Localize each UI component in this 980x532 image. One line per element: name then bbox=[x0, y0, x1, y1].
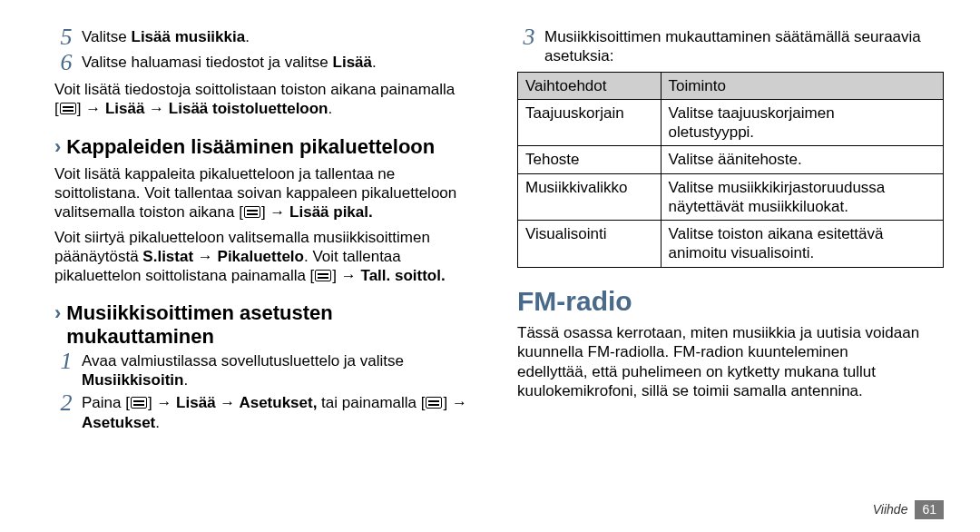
step-3-text: Musiikkisoittimen mukauttaminen säätämäl… bbox=[541, 27, 944, 66]
menu-icon bbox=[60, 103, 76, 114]
table-cell: Visualisointi bbox=[518, 221, 662, 268]
step-3: 3 Musiikkisoittimen mukauttaminen säätäm… bbox=[517, 27, 944, 66]
page-footer: Viihde 61 bbox=[873, 500, 944, 520]
options-header-col1: Vaihtoehdot bbox=[518, 72, 662, 99]
fm-radio-heading: FM-radio bbox=[517, 284, 944, 319]
footer-section: Viihde bbox=[873, 502, 908, 518]
subhead-customize-text: Musiikkisoittimen asetusten mukauttamine… bbox=[66, 301, 481, 348]
options-table: Vaihtoehdot Toiminto Taajuuskorjain Vali… bbox=[517, 72, 944, 268]
step-number-2: 2 bbox=[54, 391, 78, 415]
table-cell: Valitse taajuuskorjaimenoletustyyppi. bbox=[661, 99, 943, 146]
step-number-3: 3 bbox=[517, 25, 541, 49]
options-header-col2: Toiminto bbox=[661, 72, 943, 99]
quicklist-para-2: Voit siirtyä pikaluetteloon valitsemalla… bbox=[54, 228, 481, 286]
step-5: 5 Valitse Lisää musiikkia. bbox=[54, 27, 481, 49]
chevron-icon: › bbox=[54, 135, 61, 159]
table-row: Musiikkivalikko Valitse musiikkikirjasto… bbox=[518, 173, 944, 221]
quicklist-para-1: Voit lisätä kappaleita pikaluetteloon ja… bbox=[54, 164, 481, 222]
table-row: Tehoste Valitse äänitehoste. bbox=[518, 146, 944, 173]
menu-icon bbox=[131, 397, 147, 409]
footer-page-number: 61 bbox=[915, 500, 944, 520]
table-cell: Taajuuskorjain bbox=[518, 99, 662, 146]
table-cell: Valitse äänitehoste. bbox=[661, 146, 943, 173]
step-6-text: Valitse haluamasi tiedostot ja valitse L… bbox=[78, 53, 481, 72]
menu-icon bbox=[426, 397, 442, 409]
table-cell: Valitse musiikkikirjastoruudussanäytettä… bbox=[661, 173, 943, 221]
chevron-icon: › bbox=[54, 301, 61, 325]
subhead-customize: › Musiikkisoittimen asetusten mukauttami… bbox=[54, 301, 481, 348]
table-row: Taajuuskorjain Valitse taajuuskorjaimeno… bbox=[518, 99, 944, 146]
step-number-5: 5 bbox=[54, 25, 78, 49]
table-cell: Valitse toiston aikana esitettäväanimoit… bbox=[661, 221, 943, 268]
step-6: 6 Valitse haluamasi tiedostot ja valitse… bbox=[54, 53, 481, 74]
subhead-quicklist: › Kappaleiden lisääminen pikaluetteloon bbox=[54, 135, 481, 159]
step-number-1: 1 bbox=[54, 350, 78, 373]
step-1: 1 Avaa valmiustilassa sovellutusluettelo… bbox=[54, 351, 481, 390]
fm-radio-para: Tässä osassa kerrotaan, miten musiikkia … bbox=[517, 323, 944, 400]
step-number-6: 6 bbox=[54, 51, 78, 74]
menu-icon bbox=[244, 206, 260, 218]
step-5-text: Valitse Lisää musiikkia. bbox=[78, 27, 481, 46]
right-column: 3 Musiikkisoittimen mukauttaminen säätäm… bbox=[517, 27, 944, 436]
table-cell: Tehoste bbox=[518, 146, 662, 173]
step-2-text: Paina [] → Lisää → Asetukset, tai painam… bbox=[78, 393, 481, 432]
add-to-playlist-note: Voit lisätä tiedostoja soittolistaan toi… bbox=[54, 80, 481, 119]
subhead-quicklist-text: Kappaleiden lisääminen pikaluetteloon bbox=[66, 135, 435, 158]
left-column: 5 Valitse Lisää musiikkia. 6 Valitse hal… bbox=[54, 27, 481, 436]
table-cell: Musiikkivalikko bbox=[518, 173, 662, 221]
table-row: Visualisointi Valitse toiston aikana esi… bbox=[518, 221, 944, 268]
step-2: 2 Paina [] → Lisää → Asetukset, tai pain… bbox=[54, 393, 481, 432]
step-1-text: Avaa valmiustilassa sovellutusluettelo j… bbox=[78, 351, 481, 390]
menu-icon bbox=[315, 270, 331, 281]
